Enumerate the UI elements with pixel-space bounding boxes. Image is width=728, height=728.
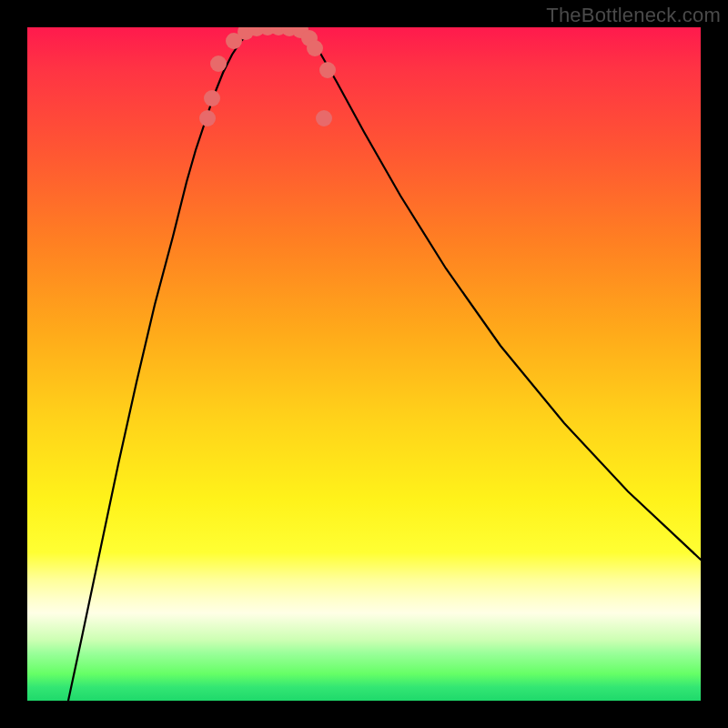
bottleneck-curve	[27, 27, 701, 701]
curve-markers	[199, 27, 336, 126]
curve-marker	[316, 110, 332, 126]
plot-area	[27, 27, 701, 701]
curve-path	[68, 27, 701, 701]
chart-frame: TheBottleneck.com	[0, 0, 728, 728]
curve-marker	[210, 56, 227, 72]
watermark-text: TheBottleneck.com	[546, 4, 721, 27]
curve-marker	[204, 90, 220, 106]
curve-marker	[319, 62, 336, 78]
curve-marker	[307, 40, 323, 56]
curve-marker	[199, 110, 216, 126]
